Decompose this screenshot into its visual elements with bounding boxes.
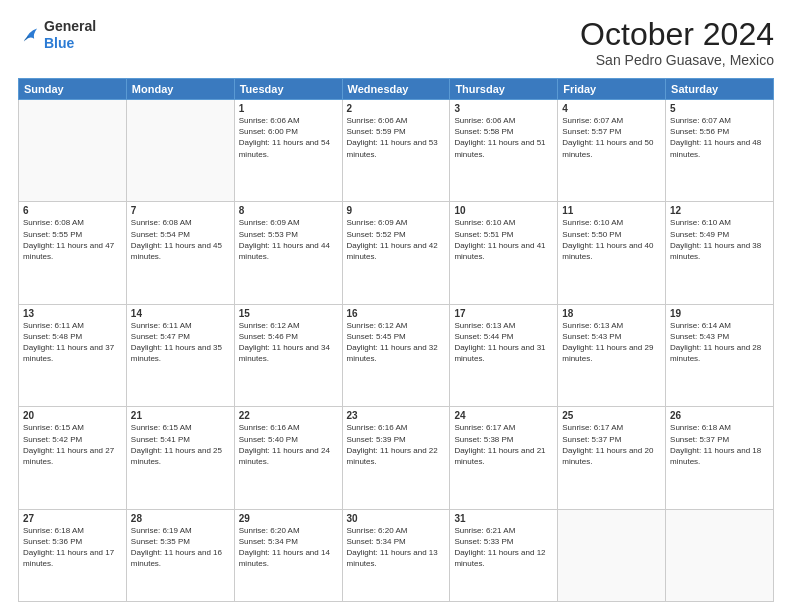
header: General Blue October 2024 San Pedro Guas… [18,18,774,68]
day-number: 24 [454,410,553,421]
calendar-cell: 21Sunrise: 6:15 AMSunset: 5:41 PMDayligh… [126,407,234,509]
calendar-cell: 19Sunrise: 6:14 AMSunset: 5:43 PMDayligh… [666,304,774,406]
day-info: Sunrise: 6:06 AMSunset: 5:59 PMDaylight:… [347,115,446,160]
calendar-cell: 28Sunrise: 6:19 AMSunset: 5:35 PMDayligh… [126,509,234,601]
weekday-header-thursday: Thursday [450,79,558,100]
day-info: Sunrise: 6:08 AMSunset: 5:54 PMDaylight:… [131,217,230,262]
day-info: Sunrise: 6:12 AMSunset: 5:46 PMDaylight:… [239,320,338,365]
weekday-header-wednesday: Wednesday [342,79,450,100]
day-info: Sunrise: 6:07 AMSunset: 5:56 PMDaylight:… [670,115,769,160]
calendar-cell: 16Sunrise: 6:12 AMSunset: 5:45 PMDayligh… [342,304,450,406]
day-number: 31 [454,513,553,524]
day-number: 5 [670,103,769,114]
day-info: Sunrise: 6:15 AMSunset: 5:42 PMDaylight:… [23,422,122,467]
weekday-header-tuesday: Tuesday [234,79,342,100]
day-number: 25 [562,410,661,421]
calendar-cell: 26Sunrise: 6:18 AMSunset: 5:37 PMDayligh… [666,407,774,509]
logo-blue-text: Blue [44,35,74,51]
day-info: Sunrise: 6:07 AMSunset: 5:57 PMDaylight:… [562,115,661,160]
calendar-cell: 10Sunrise: 6:10 AMSunset: 5:51 PMDayligh… [450,202,558,304]
day-info: Sunrise: 6:17 AMSunset: 5:38 PMDaylight:… [454,422,553,467]
day-number: 10 [454,205,553,216]
day-info: Sunrise: 6:17 AMSunset: 5:37 PMDaylight:… [562,422,661,467]
day-number: 23 [347,410,446,421]
calendar-cell: 25Sunrise: 6:17 AMSunset: 5:37 PMDayligh… [558,407,666,509]
day-number: 19 [670,308,769,319]
day-number: 16 [347,308,446,319]
day-info: Sunrise: 6:09 AMSunset: 5:52 PMDaylight:… [347,217,446,262]
day-number: 7 [131,205,230,216]
day-number: 9 [347,205,446,216]
day-number: 15 [239,308,338,319]
calendar-cell: 17Sunrise: 6:13 AMSunset: 5:44 PMDayligh… [450,304,558,406]
day-number: 22 [239,410,338,421]
day-info: Sunrise: 6:11 AMSunset: 5:48 PMDaylight:… [23,320,122,365]
day-number: 4 [562,103,661,114]
day-info: Sunrise: 6:10 AMSunset: 5:49 PMDaylight:… [670,217,769,262]
calendar-cell: 5Sunrise: 6:07 AMSunset: 5:56 PMDaylight… [666,100,774,202]
calendar-cell [19,100,127,202]
day-info: Sunrise: 6:06 AMSunset: 5:58 PMDaylight:… [454,115,553,160]
calendar-cell: 7Sunrise: 6:08 AMSunset: 5:54 PMDaylight… [126,202,234,304]
day-number: 18 [562,308,661,319]
calendar-cell: 27Sunrise: 6:18 AMSunset: 5:36 PMDayligh… [19,509,127,601]
calendar-cell: 2Sunrise: 6:06 AMSunset: 5:59 PMDaylight… [342,100,450,202]
day-info: Sunrise: 6:19 AMSunset: 5:35 PMDaylight:… [131,525,230,570]
weekday-header-monday: Monday [126,79,234,100]
day-number: 11 [562,205,661,216]
calendar-week-4: 20Sunrise: 6:15 AMSunset: 5:42 PMDayligh… [19,407,774,509]
calendar-cell: 20Sunrise: 6:15 AMSunset: 5:42 PMDayligh… [19,407,127,509]
day-info: Sunrise: 6:16 AMSunset: 5:39 PMDaylight:… [347,422,446,467]
calendar-cell: 22Sunrise: 6:16 AMSunset: 5:40 PMDayligh… [234,407,342,509]
calendar-cell [558,509,666,601]
calendar-cell: 30Sunrise: 6:20 AMSunset: 5:34 PMDayligh… [342,509,450,601]
calendar-cell [126,100,234,202]
calendar-week-3: 13Sunrise: 6:11 AMSunset: 5:48 PMDayligh… [19,304,774,406]
calendar-cell: 6Sunrise: 6:08 AMSunset: 5:55 PMDaylight… [19,202,127,304]
day-info: Sunrise: 6:20 AMSunset: 5:34 PMDaylight:… [239,525,338,570]
location: San Pedro Guasave, Mexico [580,52,774,68]
calendar-cell: 31Sunrise: 6:21 AMSunset: 5:33 PMDayligh… [450,509,558,601]
weekday-header-sunday: Sunday [19,79,127,100]
calendar-week-1: 1Sunrise: 6:06 AMSunset: 6:00 PMDaylight… [19,100,774,202]
day-info: Sunrise: 6:11 AMSunset: 5:47 PMDaylight:… [131,320,230,365]
day-number: 8 [239,205,338,216]
day-number: 29 [239,513,338,524]
day-number: 1 [239,103,338,114]
day-info: Sunrise: 6:13 AMSunset: 5:43 PMDaylight:… [562,320,661,365]
day-info: Sunrise: 6:18 AMSunset: 5:36 PMDaylight:… [23,525,122,570]
day-info: Sunrise: 6:21 AMSunset: 5:33 PMDaylight:… [454,525,553,570]
month-title: October 2024 [580,18,774,50]
calendar-cell [666,509,774,601]
day-number: 2 [347,103,446,114]
day-number: 6 [23,205,122,216]
calendar-week-5: 27Sunrise: 6:18 AMSunset: 5:36 PMDayligh… [19,509,774,601]
logo-text: General Blue [44,18,96,52]
logo-bird-icon [18,24,40,46]
logo: General Blue [18,18,96,52]
day-number: 14 [131,308,230,319]
day-info: Sunrise: 6:10 AMSunset: 5:51 PMDaylight:… [454,217,553,262]
day-number: 28 [131,513,230,524]
calendar-table: SundayMondayTuesdayWednesdayThursdayFrid… [18,78,774,602]
calendar-cell: 11Sunrise: 6:10 AMSunset: 5:50 PMDayligh… [558,202,666,304]
day-info: Sunrise: 6:13 AMSunset: 5:44 PMDaylight:… [454,320,553,365]
day-number: 12 [670,205,769,216]
calendar-cell: 8Sunrise: 6:09 AMSunset: 5:53 PMDaylight… [234,202,342,304]
day-info: Sunrise: 6:14 AMSunset: 5:43 PMDaylight:… [670,320,769,365]
calendar-cell: 23Sunrise: 6:16 AMSunset: 5:39 PMDayligh… [342,407,450,509]
calendar-header-row: SundayMondayTuesdayWednesdayThursdayFrid… [19,79,774,100]
day-number: 27 [23,513,122,524]
day-info: Sunrise: 6:06 AMSunset: 6:00 PMDaylight:… [239,115,338,160]
calendar-cell: 13Sunrise: 6:11 AMSunset: 5:48 PMDayligh… [19,304,127,406]
day-info: Sunrise: 6:08 AMSunset: 5:55 PMDaylight:… [23,217,122,262]
weekday-header-saturday: Saturday [666,79,774,100]
logo-general-text: General [44,18,96,34]
calendar-cell: 12Sunrise: 6:10 AMSunset: 5:49 PMDayligh… [666,202,774,304]
weekday-header-friday: Friday [558,79,666,100]
day-info: Sunrise: 6:12 AMSunset: 5:45 PMDaylight:… [347,320,446,365]
day-number: 20 [23,410,122,421]
calendar-cell: 18Sunrise: 6:13 AMSunset: 5:43 PMDayligh… [558,304,666,406]
calendar-cell: 1Sunrise: 6:06 AMSunset: 6:00 PMDaylight… [234,100,342,202]
day-info: Sunrise: 6:16 AMSunset: 5:40 PMDaylight:… [239,422,338,467]
